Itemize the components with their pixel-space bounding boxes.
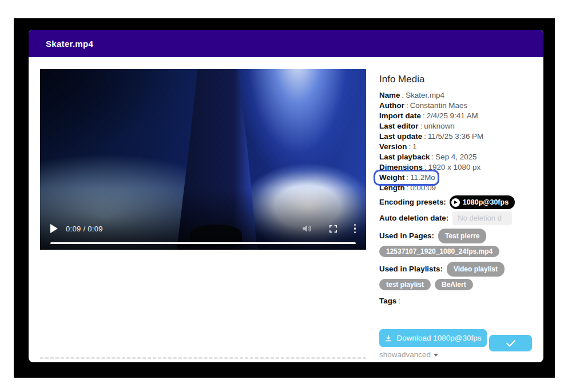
- modal-header: Skater.mp4: [29, 30, 543, 57]
- video-controls-bar: 0:09 / 0:09: [40, 215, 366, 250]
- fullscreen-icon[interactable]: [328, 224, 338, 234]
- info-label: Weight: [379, 173, 404, 182]
- info-label: Version: [379, 142, 407, 151]
- separator: :: [407, 183, 409, 192]
- download-button[interactable]: Download 1080p@30fps: [379, 329, 487, 347]
- used-in-pages-label: Used in Pages:: [379, 230, 434, 242]
- modal-body: 0:09 / 0:09: [29, 57, 543, 359]
- separator: :: [398, 297, 400, 305]
- info-value: 1920 x 1080 px: [428, 163, 481, 171]
- show-advanced-label: showadvanced: [379, 350, 431, 359]
- confirm-button[interactable]: [489, 335, 532, 351]
- chevron-down-icon: [434, 354, 438, 357]
- info-value: 0:00:09: [410, 183, 436, 192]
- info-row-author: Author:Constantin Maes: [379, 101, 526, 111]
- show-advanced-toggle[interactable]: showadvanced: [379, 350, 438, 359]
- used-in-playlists-row: Used in Playlists: Video playlist: [379, 262, 526, 277]
- separator: :: [432, 153, 434, 161]
- info-row-last-playback: Last playback:Sep 4, 2025: [379, 152, 526, 162]
- info-value: 1: [412, 142, 416, 151]
- encoding-presets-label: Encoding presets:: [379, 197, 446, 208]
- separator: :: [424, 132, 426, 141]
- play-icon[interactable]: [50, 224, 58, 233]
- info-panel: Info Media Name:Skater.mp4 Author:Consta…: [379, 69, 526, 359]
- separator: :: [406, 101, 408, 110]
- info-value: 2/4/25 9:41 AM: [427, 111, 478, 120]
- used-in-playlists-row-2: test playlist BeAlert: [379, 279, 526, 290]
- info-row-last-editor: Last editor:unknown: [379, 121, 526, 131]
- tags-row: Tags:: [379, 296, 526, 306]
- modal-title: Skater.mp4: [46, 39, 93, 49]
- info-row-weight: Weight:11.2Mo: [379, 173, 526, 183]
- overflow-menu-icon[interactable]: [354, 224, 356, 234]
- encoding-preset-value: 1080p@30fps: [463, 197, 509, 208]
- info-row-import-date: Import date:2/4/25 9:41 AM: [379, 111, 526, 121]
- info-label: Name: [379, 91, 400, 99]
- separator: :: [424, 163, 427, 171]
- volume-icon[interactable]: [301, 223, 312, 234]
- playlist-pill[interactable]: BeAlert: [435, 279, 473, 290]
- media-info-modal: Skater.mp4 0:09 / 0:09: [29, 30, 543, 362]
- info-value: 11/5/25 3:36 PM: [428, 132, 483, 141]
- info-value: Sep 4, 2025: [435, 153, 476, 161]
- auto-deletion-label: Auto deletion date:: [379, 213, 448, 224]
- info-label: Last update: [379, 132, 422, 141]
- video-container: 0:09 / 0:09: [40, 69, 366, 359]
- used-in-pages-row: Used in Pages: Test pierre: [379, 229, 526, 243]
- info-label: Import date: [379, 111, 421, 120]
- separator: :: [402, 91, 404, 99]
- info-row-dimensions: Dimensions:1920 x 1080 px: [379, 162, 526, 173]
- page: Skater.mp4 0:09 / 0:09: [0, 0, 572, 392]
- info-value: Constantin Maes: [410, 101, 467, 110]
- used-in-playlists-label: Used in Playlists:: [379, 263, 443, 275]
- info-panel-title: Info Media: [379, 74, 526, 85]
- download-button-label: Download 1080p@30fps: [396, 334, 481, 342]
- info-row-name: Name:Skater.mp4: [379, 90, 526, 101]
- auto-deletion-date-input[interactable]: No deletion d: [452, 211, 512, 225]
- video-progress-bar[interactable]: [50, 242, 356, 244]
- info-row-last-update: Last update:11/5/25 3:36 PM: [379, 131, 526, 142]
- playlist-pill[interactable]: test playlist: [379, 279, 431, 290]
- video-time-label: 0:09 / 0:09: [66, 225, 103, 233]
- separator: :: [406, 173, 408, 182]
- separator: :: [423, 111, 425, 120]
- info-value: unknown: [424, 122, 455, 130]
- download-icon: [384, 334, 392, 342]
- modal-backdrop: Skater.mp4 0:09 / 0:09: [14, 18, 555, 378]
- check-icon: [506, 339, 516, 347]
- page-pill[interactable]: Test pierre: [438, 229, 486, 243]
- encoding-preset-pill[interactable]: 1080p@30fps: [450, 195, 515, 209]
- info-row-version: Version:1: [379, 142, 526, 152]
- separator: :: [420, 122, 422, 130]
- used-in-pages-row-2: 12537107_1920_1080_24fps.mp4: [379, 246, 526, 257]
- info-value: 11.2Mo: [410, 173, 435, 182]
- info-label: Length: [379, 183, 405, 192]
- info-label: Author: [379, 101, 404, 110]
- info-value: Skater.mp4: [406, 91, 444, 99]
- info-label: Dimensions: [379, 163, 423, 171]
- playlist-pill[interactable]: Video playlist: [447, 262, 505, 277]
- info-label: Last playback: [379, 153, 430, 161]
- separator: :: [408, 142, 411, 151]
- video-player[interactable]: 0:09 / 0:09: [40, 69, 366, 250]
- auto-deletion-row: Auto deletion date: No deletion d: [379, 211, 526, 225]
- tags-label: Tags: [379, 297, 396, 305]
- play-circle-icon: [451, 198, 460, 207]
- info-row-length: Length:0:00:09: [379, 183, 526, 193]
- info-label: Last editor: [379, 122, 418, 130]
- encoding-presets-row: Encoding presets: 1080p@30fps: [379, 195, 526, 209]
- page-pill[interactable]: 12537107_1920_1080_24fps.mp4: [379, 246, 499, 257]
